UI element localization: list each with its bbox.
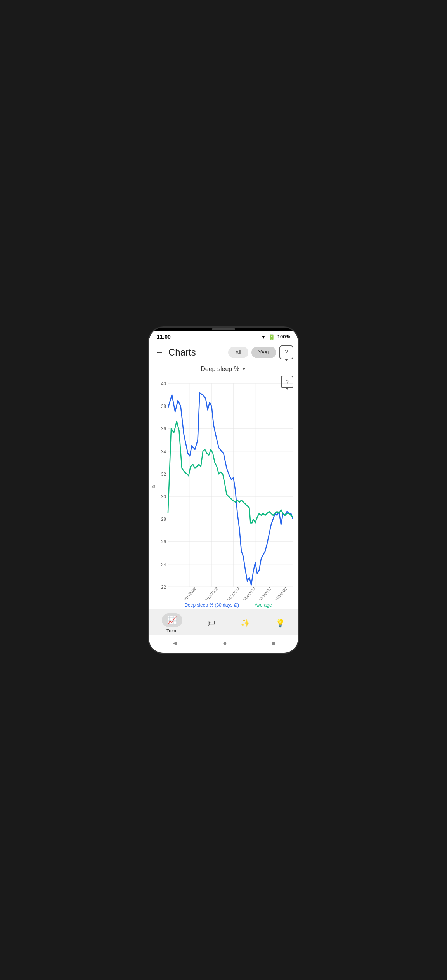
chart-area: ? xyxy=(149,374,298,600)
metric-dropdown[interactable]: Deep sleep % ▼ xyxy=(201,366,246,373)
legend-blue-line xyxy=(175,605,183,605)
nav-trend-label: Trend xyxy=(166,628,177,633)
insights-icon: 💡 xyxy=(275,618,285,628)
notch-pill xyxy=(212,328,235,330)
svg-text:36: 36 xyxy=(161,426,166,432)
system-nav: ◄ ● ■ xyxy=(149,635,298,653)
filter-all-button[interactable]: All xyxy=(228,347,248,358)
nav-trend[interactable]: 📈 Trend xyxy=(162,613,182,633)
chart-help-icon: ? xyxy=(286,379,289,385)
svg-text:15/04/2022: 15/04/2022 xyxy=(241,586,256,600)
system-recent-button[interactable]: ■ xyxy=(272,639,276,647)
green-line xyxy=(168,421,293,523)
svg-text:26: 26 xyxy=(161,539,166,545)
legend-row: Deep sleep % (30 days Ø) Average xyxy=(149,600,298,609)
svg-text:28: 28 xyxy=(161,516,166,522)
dropdown-row: Deep sleep % ▼ xyxy=(149,363,298,374)
filter-year-button[interactable]: Year xyxy=(251,347,276,358)
svg-text:20/12/2022: 20/12/2022 xyxy=(203,586,218,600)
svg-text:40: 40 xyxy=(161,381,166,387)
page-title: Charts xyxy=(168,347,225,358)
svg-text:22: 22 xyxy=(161,584,166,590)
blue-line xyxy=(168,393,293,585)
svg-text:34: 34 xyxy=(161,448,166,454)
system-home-button[interactable]: ● xyxy=(223,639,227,647)
header-help-icon: ? xyxy=(285,349,288,356)
nav-tag[interactable]: 🏷 xyxy=(208,619,215,628)
status-icons: ▼ 🔋 100% xyxy=(261,334,290,340)
status-bar: 11:00 ▼ 🔋 100% xyxy=(149,331,298,342)
svg-text:24: 24 xyxy=(161,561,166,567)
nav-activity[interactable]: ✨ xyxy=(241,618,250,628)
svg-text:30: 30 xyxy=(161,494,166,500)
legend-green-label: Average xyxy=(255,602,272,608)
battery-icon: 🔋 xyxy=(269,334,275,340)
svg-text:12/06/2022: 12/06/2022 xyxy=(256,586,272,600)
chart-svg: 40 38 36 34 32 30 28 26 24 22 % 23/10/20… xyxy=(152,374,295,600)
legend-blue: Deep sleep % (30 days Ø) xyxy=(175,602,239,608)
bottom-nav: 📈 Trend 🏷 ✨ 💡 xyxy=(149,609,298,635)
nav-insights[interactable]: 💡 xyxy=(275,618,285,628)
nav-trend-icon-bg: 📈 xyxy=(162,613,182,627)
header-help-button[interactable]: ? xyxy=(279,345,293,359)
legend-green-line xyxy=(245,605,253,605)
tag-icon: 🏷 xyxy=(208,619,215,628)
activity-icon: ✨ xyxy=(241,618,250,628)
device-frame: 11:00 ▼ 🔋 100% ← Charts All Year ? Deep … xyxy=(148,326,299,654)
chevron-down-icon: ▼ xyxy=(242,366,246,372)
dropdown-label: Deep sleep % xyxy=(201,366,239,373)
svg-text:%: % xyxy=(152,485,156,489)
notch-bar xyxy=(149,328,298,331)
svg-text:16/02/2022: 16/02/2022 xyxy=(225,586,240,600)
chart-help-button[interactable]: ? xyxy=(281,376,293,388)
svg-text:38: 38 xyxy=(161,403,166,409)
svg-text:23/10/2022: 23/10/2022 xyxy=(181,586,197,600)
battery-percent: 100% xyxy=(277,334,290,340)
system-back-button[interactable]: ◄ xyxy=(171,639,178,647)
wifi-icon: ▼ xyxy=(261,334,266,340)
svg-text:09/08/2022: 09/08/2022 xyxy=(272,586,288,600)
svg-text:32: 32 xyxy=(161,471,166,477)
legend-blue-label: Deep sleep % (30 days Ø) xyxy=(184,602,239,608)
back-button[interactable]: ← xyxy=(154,346,165,359)
app-content: ← Charts All Year ? Deep sleep % ▼ ? xyxy=(149,342,298,653)
time-display: 11:00 xyxy=(157,334,171,340)
legend-green: Average xyxy=(245,602,272,608)
trend-icon: 📈 xyxy=(167,616,177,624)
top-bar: ← Charts All Year ? xyxy=(149,342,298,363)
